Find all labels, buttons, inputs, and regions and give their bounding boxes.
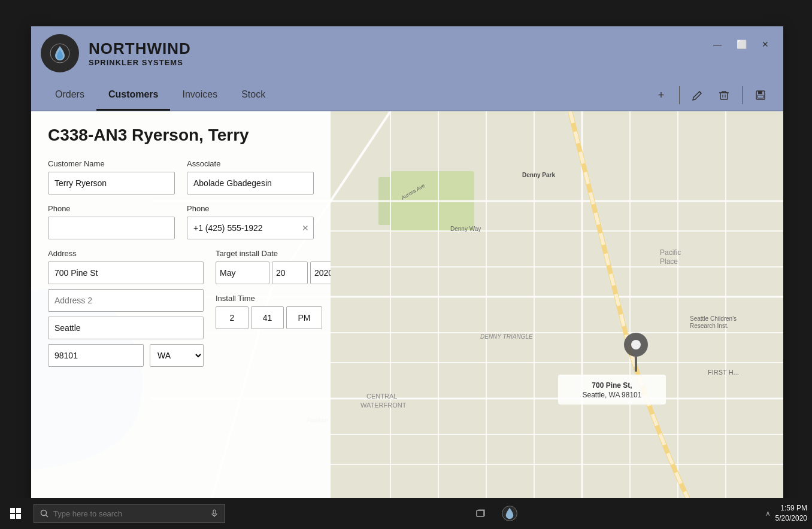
- svg-text:WATERFRONT: WATERFRONT: [360, 402, 407, 409]
- taskbar-app-button[interactable]: [496, 500, 523, 527]
- tab-invoices[interactable]: Invoices: [170, 80, 229, 111]
- brand-name: NORTHWIND: [89, 39, 191, 58]
- brand-text: NORTHWIND SPRINKLER SYSTEMS: [89, 39, 191, 67]
- svg-text:Pacific: Pacific: [660, 248, 681, 257]
- address-label: Address: [48, 249, 204, 258]
- install-hour-input[interactable]: [216, 306, 249, 329]
- customer-name-label: Customer Name: [48, 159, 175, 168]
- minimize-button[interactable]: —: [709, 36, 726, 53]
- customer-title: C338-AN3 Ryerson, Terry: [48, 126, 314, 145]
- taskbar-clock: 1:59 PM 5/20/2020: [775, 503, 807, 524]
- taskbar: ∧ 1:59 PM 5/20/2020: [0, 498, 812, 529]
- edit-button[interactable]: [687, 84, 708, 106]
- associate-input[interactable]: [187, 172, 314, 194]
- address-group: Address ALAKAZARCACOCTDEFLGAHIIDILINIAKS…: [48, 249, 204, 367]
- svg-rect-45: [16, 514, 21, 519]
- taskbar-date-display: 5/20/2020: [775, 513, 807, 524]
- customer-name-group: Customer Name: [48, 159, 175, 194]
- app-logo: [41, 34, 79, 72]
- tab-stock[interactable]: Stock: [229, 80, 277, 111]
- taskbar-center: [225, 500, 765, 527]
- svg-text:FIRST H...: FIRST H...: [708, 369, 739, 376]
- associate-group: Associate: [187, 159, 314, 194]
- install-month-input[interactable]: [216, 262, 269, 284]
- svg-rect-44: [10, 514, 15, 519]
- svg-rect-42: [10, 508, 15, 513]
- phone-clear-icon[interactable]: ✕: [302, 223, 309, 233]
- form-row-1: Customer Name Associate: [48, 159, 314, 194]
- svg-text:Research Inst.: Research Inst.: [690, 323, 728, 329]
- install-day-input[interactable]: [272, 262, 308, 284]
- form-row-3: Address ALAKAZARCACOCTDEFLGAHIIDILINIAKS…: [48, 249, 314, 367]
- close-button[interactable]: ✕: [757, 36, 774, 53]
- nav-tabs: Orders Customers Invoices Stock: [43, 80, 277, 111]
- address2-input[interactable]: [48, 289, 204, 312]
- customer-name-input[interactable]: [48, 172, 175, 194]
- phone-left-group: Phone: [48, 204, 175, 239]
- svg-text:700 Pine St,: 700 Pine St,: [592, 381, 632, 390]
- content-area: 700 Pine St, Seattle, WA 98101 Aurora Av…: [31, 111, 783, 503]
- svg-text:Denny Way: Denny Way: [450, 226, 481, 232]
- nav-bar: Orders Customers Invoices Stock +: [31, 80, 783, 111]
- address1-input[interactable]: [48, 262, 204, 284]
- delete-button[interactable]: [713, 84, 735, 106]
- zip-input[interactable]: [48, 344, 144, 367]
- svg-rect-3: [758, 91, 762, 94]
- taskbar-time-display: 1:59 PM: [775, 503, 807, 513]
- svg-rect-1: [720, 93, 728, 99]
- window-controls: — ⬜ ✕: [709, 36, 774, 53]
- target-install-label: Target install Date: [216, 249, 331, 258]
- phone-left-label: Phone: [48, 204, 175, 213]
- install-minute-input[interactable]: [251, 306, 284, 329]
- title-bar: NORTHWIND SPRINKLER SYSTEMS — ⬜ ✕: [31, 26, 783, 80]
- install-time-label: Install Time: [216, 294, 331, 303]
- separator-1: [679, 86, 680, 104]
- maximize-button[interactable]: ⬜: [733, 36, 750, 53]
- phone-right-wrapper: ✕: [187, 217, 314, 239]
- form-overlay: C338-AN3 Ryerson, Terry Customer Name As…: [31, 111, 331, 503]
- state-select[interactable]: ALAKAZARCACOCTDEFLGAHIIDILINIAKSKYLAMEMD…: [150, 344, 204, 367]
- date-time-group: Target install Date Install Time: [216, 249, 331, 367]
- time-row: [216, 306, 331, 329]
- svg-point-46: [41, 510, 47, 516]
- phone-right-input[interactable]: [187, 217, 314, 239]
- svg-text:Seattle, WA 98101: Seattle, WA 98101: [583, 391, 642, 399]
- separator-2: [742, 86, 743, 104]
- svg-rect-47: [213, 510, 216, 514]
- phone-left-input[interactable]: [48, 217, 175, 239]
- svg-rect-4: [758, 95, 763, 98]
- taskbar-restore-button[interactable]: [468, 500, 494, 527]
- svg-text:DENNY TRIANGLE: DENNY TRIANGLE: [480, 333, 533, 340]
- taskbar-search-bar[interactable]: [34, 504, 225, 523]
- svg-rect-48: [477, 510, 484, 516]
- phone-right-label: Phone: [187, 204, 314, 213]
- search-icon: [40, 509, 49, 518]
- nav-actions: +: [650, 84, 771, 106]
- associate-label: Associate: [187, 159, 314, 168]
- date-row: [216, 262, 331, 284]
- taskbar-chevron-icon[interactable]: ∧: [765, 509, 771, 518]
- form-row-2: Phone Phone ✕: [48, 204, 314, 239]
- save-button[interactable]: [750, 84, 771, 106]
- svg-point-26: [631, 340, 641, 349]
- add-button[interactable]: +: [650, 84, 672, 106]
- svg-text:Denny Park: Denny Park: [522, 172, 555, 178]
- svg-text:Seattle Children's: Seattle Children's: [690, 315, 737, 322]
- install-year-input[interactable]: [310, 262, 331, 284]
- svg-text:Place: Place: [660, 257, 678, 266]
- svg-rect-43: [16, 508, 21, 513]
- svg-text:CENTRAL: CENTRAL: [366, 393, 397, 400]
- app-window: NORTHWIND SPRINKLER SYSTEMS — ⬜ ✕ Orders…: [31, 26, 783, 503]
- tab-customers[interactable]: Customers: [96, 80, 171, 111]
- brand-subtitle: SPRINKLER SYSTEMS: [89, 58, 191, 67]
- phone-right-group: Phone ✕: [187, 204, 314, 239]
- svg-rect-27: [558, 375, 666, 405]
- start-button[interactable]: [0, 498, 31, 529]
- microphone-icon: [210, 509, 219, 518]
- taskbar-right: ∧ 1:59 PM 5/20/2020: [765, 503, 812, 524]
- zip-state-row: ALAKAZARCACOCTDEFLGAHIIDILINIAKSKYLAMEMD…: [48, 344, 204, 367]
- install-ampm-input[interactable]: [286, 306, 322, 329]
- city-input[interactable]: [48, 317, 204, 339]
- tab-orders[interactable]: Orders: [43, 80, 96, 111]
- taskbar-search-input[interactable]: [53, 509, 205, 518]
